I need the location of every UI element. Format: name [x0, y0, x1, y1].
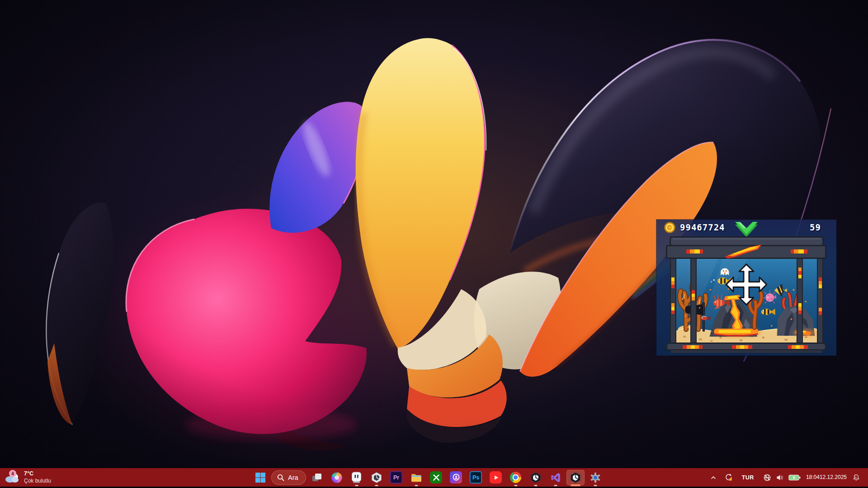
- tray-sync-button[interactable]: [722, 470, 735, 485]
- visual-studio-button[interactable]: [547, 470, 565, 485]
- taskbar-center: Ara: [251, 468, 604, 487]
- file-explorer-button[interactable]: [407, 470, 425, 485]
- tray-clock[interactable]: 18:04 12.12.2025: [803, 470, 850, 485]
- aquarium-tank[interactable]: [656, 236, 836, 356]
- coins-value: 99467724: [680, 222, 725, 232]
- task-view-button[interactable]: [308, 470, 326, 485]
- weather-widget[interactable]: 4 7°C Çok bulutlu: [5, 468, 51, 487]
- xbox-icon: [430, 471, 442, 483]
- unity-gray-app-button[interactable]: [368, 470, 386, 485]
- desktop: 99467724 59: [0, 0, 868, 488]
- aquarium-widget[interactable]: 99467724 59: [656, 220, 836, 356]
- tray-battery-button[interactable]: [786, 470, 803, 485]
- tray-show-hidden-button[interactable]: [708, 470, 719, 485]
- tray-network-button[interactable]: [761, 470, 774, 485]
- search-placeholder: Ara: [288, 474, 298, 481]
- unity-editor-button-active[interactable]: [566, 470, 585, 485]
- weather-alert-badge: 4: [9, 470, 16, 477]
- unity-cube-dark-icon: [530, 472, 542, 483]
- coin-icon: [664, 221, 676, 234]
- unity-cube-gray-icon: [371, 472, 382, 483]
- svg-text:z: z: [855, 475, 857, 478]
- tray-notifications-button[interactable]: z: [850, 470, 863, 485]
- chrome-icon: [510, 472, 521, 483]
- photoshop-icon: Ps: [470, 471, 482, 483]
- tray-time: 18:04: [806, 474, 820, 481]
- tank-hood: [667, 237, 826, 258]
- chrome-button[interactable]: [507, 470, 525, 485]
- tray-date: 12.12.2025: [820, 474, 847, 481]
- premiere-pro-icon: Pr: [390, 471, 402, 483]
- aquarium-widget-header: 99467724 59: [656, 220, 836, 236]
- xbox-button[interactable]: [427, 470, 445, 485]
- unity-cube-active-icon: [570, 472, 581, 483]
- pixel-pet-icon: [351, 472, 362, 483]
- unity-hub-button[interactable]: [527, 470, 545, 485]
- battery-charging-icon: [788, 474, 801, 481]
- people-app-button[interactable]: [447, 470, 465, 485]
- settings-gear-icon: [590, 472, 601, 483]
- visual-studio-icon: [550, 472, 561, 483]
- tray-language-indicator[interactable]: TUR: [738, 470, 758, 485]
- copilot-button[interactable]: [328, 470, 346, 485]
- youtube-icon: [490, 471, 502, 483]
- tray-volume-button[interactable]: [774, 470, 786, 485]
- search-icon: [277, 474, 284, 481]
- weather-temperature: 7°C: [24, 470, 51, 478]
- search-box[interactable]: Ara: [271, 470, 306, 485]
- chevron-up-icon: [710, 474, 717, 481]
- globe-no-internet-icon: [763, 474, 771, 482]
- bell-dnd-icon: z: [852, 474, 860, 482]
- people-app-icon: [450, 471, 462, 483]
- windows-logo-icon: [255, 472, 266, 483]
- copilot-icon: [331, 472, 343, 483]
- speaker-icon: [776, 474, 784, 482]
- sync-pending-icon: [724, 473, 733, 482]
- start-button[interactable]: [251, 470, 269, 485]
- system-tray: TUR: [708, 468, 863, 487]
- ghost-emote: [721, 268, 729, 275]
- task-view-icon: [311, 472, 322, 483]
- pixel-pet-app-button[interactable]: [348, 470, 366, 485]
- taskbar: 4 7°C Çok bulutlu Ara: [0, 468, 868, 487]
- settings-button[interactable]: [586, 470, 604, 485]
- fish-counter-value: 59: [810, 222, 821, 232]
- photoshop-button[interactable]: Ps: [467, 470, 485, 485]
- folder-icon: [410, 472, 422, 483]
- premiere-pro-button[interactable]: Pr: [387, 470, 406, 485]
- youtube-button[interactable]: [487, 470, 505, 485]
- tank-base: [667, 343, 826, 353]
- weather-condition: Çok bulutlu: [24, 478, 51, 484]
